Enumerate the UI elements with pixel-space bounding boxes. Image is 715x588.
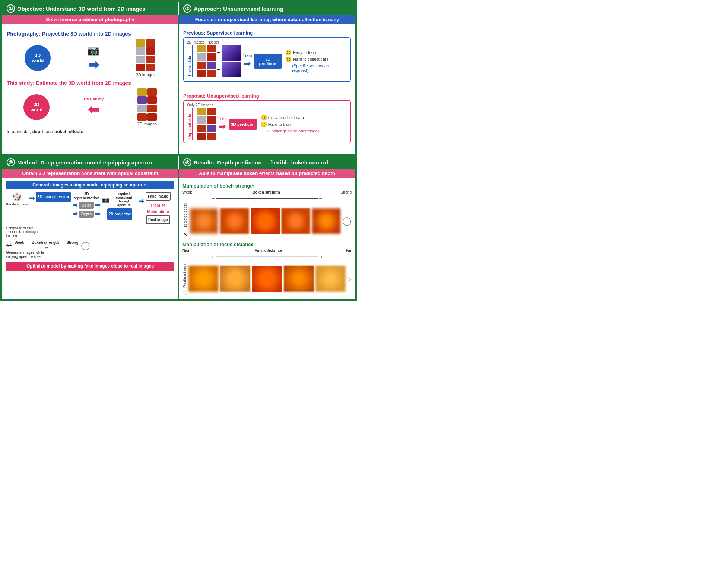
dots2: ⋮ xyxy=(183,144,351,150)
easy-train-text: Easy to train xyxy=(293,50,316,55)
challenge-text: (Challenge to be addressed) xyxy=(267,129,319,133)
big-arrow-blue1: ➡ xyxy=(244,58,251,69)
flow-arrow3: ➡ xyxy=(95,201,101,209)
focus-flower2 xyxy=(220,266,250,292)
unpaired-label: Unpaired data xyxy=(187,108,193,140)
train-tag: Train xyxy=(150,203,160,207)
focus-flower4 xyxy=(284,266,314,292)
projector-col: 📷 Optical constraintthrough aperture 2D … xyxy=(102,192,137,220)
flower-grid-top xyxy=(136,39,155,55)
num3: ③ xyxy=(7,158,15,166)
big-arrow-pink1: ➡ xyxy=(219,121,226,132)
camera-icon: 📷 xyxy=(87,44,100,56)
train-col1: Train ➡ xyxy=(243,54,252,69)
flower-grid-bottom xyxy=(136,56,155,71)
camera-optical-row: 📷 Optical constraintthrough aperture xyxy=(102,192,137,207)
panel3-body: Generate images using a model equipping … xyxy=(2,178,178,274)
arrow-camera-group: 📷 ➡ xyxy=(87,44,100,73)
predictor-blue: 3D predictor xyxy=(254,54,282,69)
focus-flower5 xyxy=(315,266,346,292)
pred-depth-label2: Predicted depth xyxy=(183,262,187,288)
projector-box: 2D projector xyxy=(107,208,132,220)
previous-title: Previous: Supervised learning xyxy=(183,30,351,36)
2d-images-label: 2D images xyxy=(136,73,156,77)
train-col2: Train ➡ xyxy=(218,116,227,132)
depth-box: Depth xyxy=(79,211,94,218)
study-row: 3D world This study ⬅ xyxy=(7,88,174,126)
hard-collect-text: Hard to collect data xyxy=(293,57,328,61)
study-2d-label: 2D images xyxy=(137,122,157,126)
smile1: 🙂 xyxy=(285,49,292,55)
panel-objective: Solve inverse problem of photography Pho… xyxy=(2,15,179,155)
photo-title: Photography: Project the 3D world into 2… xyxy=(7,31,174,37)
dice: 🎲 xyxy=(12,192,22,202)
prop-data-row: Unpaired data Train ➡ xyxy=(187,108,347,140)
plus-depth-label: 2D images + Depth xyxy=(187,40,347,44)
bokeh-row: ✳ Weak Bokeh strength Strong ↔ ◯ xyxy=(6,240,174,250)
arrow-left-study: ⬅ xyxy=(88,102,99,118)
plus1: + xyxy=(217,49,220,56)
panel-approach: Focus on unsupervised learning, where da… xyxy=(179,15,355,155)
arrow-depth: ➡ Depth ➡ xyxy=(72,210,101,218)
frown2: 🙁 xyxy=(261,121,267,127)
header-method: ③ Method: Deep generative model equippin… xyxy=(2,156,179,169)
photo-flowers: 2D images xyxy=(136,39,156,77)
hard-collect: 🙁 Hard to collect data (Specific sensors… xyxy=(285,56,347,73)
flower-blur2 xyxy=(220,208,249,234)
aperture-closed-icon: ✳ xyxy=(6,241,12,250)
weak-label: Weak xyxy=(182,190,192,194)
panel2-banner: Focus on unsupervised learning, where da… xyxy=(179,15,355,24)
near-far-row: Near Focus distance Far xyxy=(182,249,352,253)
panel3-banner: Obtain 3D representation consistent with… xyxy=(2,169,178,178)
plus2: + xyxy=(217,66,220,73)
panel1-banner: Solve inverse problem of photography xyxy=(2,15,178,24)
title-results: Results: Depth prediction → flexible bok… xyxy=(194,159,328,166)
bokeh-flowers-row: Predicted depth ✳ xyxy=(182,203,352,239)
num4: ④ xyxy=(183,158,191,166)
focus-distance-label: Focus distance xyxy=(255,249,282,253)
prop-flower1 xyxy=(197,108,216,124)
easy-collect: 🙂 Easy to collect data xyxy=(261,115,319,121)
panel2-body: Previous: Supervised learning 2D images … xyxy=(179,24,355,154)
double-arrow-v: ⇔ xyxy=(161,202,166,208)
rep-col: 3Drepresentation ➡ Color ➡ ➡ Depth ➡ xyxy=(72,192,101,218)
depth-sq1 xyxy=(222,45,241,61)
focus-flower1 xyxy=(188,266,219,292)
title-objective: Objective: Understand 3D world from 2D i… xyxy=(17,6,145,12)
flower-sharp xyxy=(251,208,280,234)
result-col1: 🙂 Easy to train 🙁 Hard to collect data (… xyxy=(285,49,347,73)
result-col2: 🙂 Easy to collect data 🙁 Hard to train (… xyxy=(261,115,319,134)
num1: ① xyxy=(7,4,15,13)
title-approach: Approach: Unsupervised learning xyxy=(194,6,283,12)
hard-train: 🙁 Hard to train (Challenge to be address… xyxy=(261,121,319,133)
this-study-tag: This study xyxy=(83,97,104,101)
flower-blur4 xyxy=(312,208,341,234)
generator-box: 3D data generator xyxy=(36,192,71,202)
prev-flowers-col: + + xyxy=(197,45,241,77)
header-objective: ① Objective: Understand 3D world from 2D… xyxy=(2,2,179,15)
bokeh-strength-label: Bokeh strength xyxy=(252,190,280,194)
make-close-row: Train ⇔ xyxy=(150,202,166,208)
near-label: Near xyxy=(182,249,191,253)
depth-caption: In particular, depth and bokeh effects xyxy=(7,129,174,134)
smile2: 🙂 xyxy=(261,115,267,121)
easy-collect-text: Easy to collect data xyxy=(268,115,304,120)
panel-method: Obtain 3D representation consistent with… xyxy=(2,169,179,299)
train-label1: Train xyxy=(243,54,252,58)
random-label: Random noise xyxy=(6,202,28,206)
generator-col: 3D data generator xyxy=(36,192,71,202)
fake-real-col: Fake image Train ⇔ Make close Real image xyxy=(146,192,170,224)
dnn-label: Composed of DNN → Optimized through trai… xyxy=(6,226,174,237)
camera-icon-flow: 📷 xyxy=(102,196,109,203)
panel-results: Able to manipulate bokeh effects based o… xyxy=(179,169,355,299)
color-box: Color xyxy=(79,202,94,209)
study-flowers: 2D images xyxy=(137,88,157,126)
panel4-banner: Able to manipulate bokeh effects based o… xyxy=(179,169,355,178)
flow-arrow4: ➡ xyxy=(72,210,78,218)
arrow-right-photo: ➡ xyxy=(88,57,99,73)
panel4-body: Manipulation of bokeh strength Weak Boke… xyxy=(179,178,355,299)
frown1: 🙁 xyxy=(285,56,292,62)
panel1-body: Photography: Project the 3D world into 2… xyxy=(2,24,178,138)
num2: ② xyxy=(183,4,191,13)
strength-arrow-row: ←────────────────────────→ xyxy=(182,195,352,202)
